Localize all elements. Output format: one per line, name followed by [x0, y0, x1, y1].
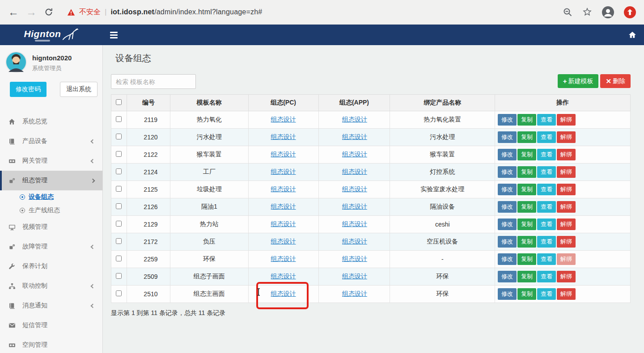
- view-button[interactable]: 查看: [537, 184, 556, 195]
- delete-button[interactable]: ✕删除: [600, 74, 631, 88]
- modify-button[interactable]: 修改: [498, 114, 517, 126]
- bookmark-star-icon[interactable]: [582, 7, 592, 17]
- forward-icon[interactable]: →: [26, 7, 37, 17]
- pc-config-link[interactable]: 组态设计: [271, 185, 296, 193]
- pc-config-link[interactable]: 组态设计: [271, 255, 296, 262]
- profile-avatar-icon[interactable]: [602, 6, 614, 18]
- unbind-button[interactable]: 解绑: [557, 114, 576, 126]
- search-input[interactable]: [111, 74, 196, 89]
- copy-button[interactable]: 复制: [517, 131, 536, 143]
- view-button[interactable]: 查看: [537, 219, 556, 230]
- copy-button[interactable]: 复制: [517, 288, 536, 300]
- copy-button[interactable]: 复制: [517, 219, 536, 230]
- view-button[interactable]: 查看: [537, 166, 556, 178]
- app-config-link[interactable]: 组态设计: [342, 168, 367, 175]
- row-checkbox[interactable]: [116, 273, 122, 279]
- unbind-button[interactable]: 解绑: [557, 166, 576, 178]
- logout-button[interactable]: 退出系统: [60, 82, 97, 97]
- unbind-button[interactable]: 解绑: [557, 149, 576, 160]
- modify-button[interactable]: 修改: [498, 271, 517, 282]
- row-checkbox[interactable]: [116, 151, 122, 157]
- change-password-button[interactable]: 修改密码: [10, 82, 47, 97]
- sidebar-subitem-设备组态[interactable]: 设备组态: [0, 190, 102, 204]
- app-logo[interactable]: Hignton: [0, 25, 103, 45]
- copy-button[interactable]: 复制: [517, 149, 536, 160]
- app-config-link[interactable]: 组态设计: [342, 238, 367, 245]
- pc-config-link[interactable]: 组态设计: [271, 203, 296, 210]
- pc-config-link[interactable]: 组态设计: [271, 220, 296, 227]
- row-checkbox[interactable]: [116, 290, 122, 296]
- unbind-button[interactable]: 解绑: [557, 271, 576, 282]
- modify-button[interactable]: 修改: [498, 184, 517, 195]
- modify-button[interactable]: 修改: [498, 236, 517, 248]
- sidebar-item-组态管理[interactable]: 组态管理: [0, 171, 102, 190]
- modify-button[interactable]: 修改: [498, 253, 517, 265]
- view-button[interactable]: 查看: [537, 201, 556, 213]
- copy-button[interactable]: 复制: [517, 201, 536, 213]
- new-template-button[interactable]: +新建模板: [558, 74, 599, 88]
- row-checkbox[interactable]: [116, 116, 122, 122]
- app-config-link[interactable]: 组态设计: [342, 273, 367, 280]
- copy-button[interactable]: 复制: [517, 236, 536, 248]
- sidebar-item-保养计划[interactable]: 保养计划: [0, 256, 102, 276]
- unbind-button[interactable]: 解绑: [557, 219, 576, 230]
- view-button[interactable]: 查看: [537, 288, 556, 300]
- modify-button[interactable]: 修改: [498, 166, 517, 178]
- zoom-out-icon[interactable]: [563, 7, 572, 17]
- copy-button[interactable]: 复制: [517, 271, 536, 282]
- view-button[interactable]: 查看: [537, 253, 556, 265]
- row-checkbox[interactable]: [116, 203, 122, 209]
- row-checkbox[interactable]: [116, 256, 122, 261]
- app-config-link[interactable]: 组态设计: [342, 116, 367, 123]
- select-all-checkbox[interactable]: [116, 99, 122, 105]
- pc-config-link[interactable]: 组态设计: [271, 133, 296, 140]
- sidebar-item-故障管理[interactable]: 故障管理: [0, 237, 102, 256]
- modify-button[interactable]: 修改: [498, 219, 517, 230]
- back-icon[interactable]: ←: [8, 7, 19, 17]
- browser-update-icon[interactable]: [624, 6, 636, 18]
- sidebar-item-消息通知[interactable]: 消息通知: [0, 296, 102, 315]
- view-button[interactable]: 查看: [537, 149, 556, 160]
- modify-button[interactable]: 修改: [498, 131, 517, 143]
- sidebar-item-联动控制[interactable]: 联动控制: [0, 276, 102, 296]
- view-button[interactable]: 查看: [537, 271, 556, 282]
- copy-button[interactable]: 复制: [517, 253, 536, 265]
- row-checkbox[interactable]: [116, 168, 122, 174]
- address-bar[interactable]: 不安全 | iot.idosp.net/admin/index.html?lan…: [67, 8, 555, 17]
- app-config-link[interactable]: 组态设计: [342, 185, 367, 193]
- home-icon[interactable]: [628, 30, 637, 39]
- pc-config-link[interactable]: 组态设计: [271, 116, 296, 123]
- modify-button[interactable]: 修改: [498, 288, 517, 300]
- app-config-link[interactable]: 组态设计: [342, 203, 367, 210]
- row-checkbox[interactable]: [116, 186, 122, 192]
- copy-button[interactable]: 复制: [517, 184, 536, 195]
- row-checkbox[interactable]: [116, 221, 122, 227]
- unbind-button[interactable]: 解绑: [557, 201, 576, 213]
- unbind-button[interactable]: 解绑: [557, 184, 576, 195]
- sidebar-item-空间管理[interactable]: 空间管理: [0, 335, 102, 353]
- pc-config-link[interactable]: 组态设计: [271, 168, 296, 175]
- app-config-link[interactable]: 组态设计: [342, 290, 367, 297]
- modify-button[interactable]: 修改: [498, 149, 517, 160]
- view-button[interactable]: 查看: [537, 114, 556, 126]
- row-checkbox[interactable]: [116, 134, 122, 139]
- unbind-button[interactable]: 解绑: [557, 131, 576, 143]
- row-checkbox[interactable]: [116, 238, 122, 244]
- pc-config-link[interactable]: 组态设计: [271, 273, 296, 280]
- sidebar-toggle-icon[interactable]: [110, 32, 118, 38]
- user-avatar[interactable]: [5, 51, 27, 73]
- app-config-link[interactable]: 组态设计: [342, 220, 367, 227]
- pc-config-link[interactable]: 组态设计: [271, 238, 296, 245]
- unbind-button[interactable]: 解绑: [557, 288, 576, 300]
- unbind-button[interactable]: 解绑: [557, 236, 576, 248]
- refresh-icon[interactable]: [44, 7, 54, 17]
- modify-button[interactable]: 修改: [498, 201, 517, 213]
- pc-config-link[interactable]: 组态设计: [271, 290, 296, 297]
- sidebar-item-系统总览[interactable]: 系统总览: [0, 112, 102, 131]
- sidebar-item-短信管理[interactable]: 短信管理: [0, 315, 102, 335]
- unbind-button[interactable]: 解绑: [557, 253, 576, 265]
- app-config-link[interactable]: 组态设计: [342, 255, 367, 262]
- view-button[interactable]: 查看: [537, 236, 556, 248]
- copy-button[interactable]: 复制: [517, 166, 536, 178]
- pc-config-link[interactable]: 组态设计: [271, 151, 296, 158]
